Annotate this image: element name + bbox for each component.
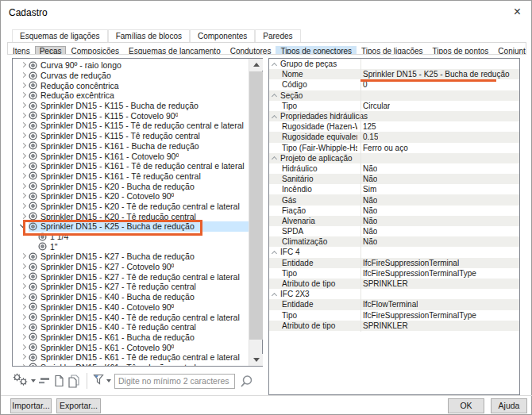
collapse-icon[interactable] <box>272 92 278 98</box>
chevron-right-icon[interactable] <box>19 313 29 321</box>
tree-item[interactable]: Sprinkler DN15 - K161 - Tê redução centr… <box>13 171 249 182</box>
tab-condutores[interactable]: Condutores <box>226 46 276 55</box>
property-group-row[interactable]: Projeto de aplicação <box>269 153 519 163</box>
chevron-right-icon[interactable] <box>19 202 29 210</box>
chevron-right-icon[interactable] <box>19 102 29 110</box>
filter-button[interactable] <box>93 374 111 389</box>
search-input[interactable] <box>114 374 235 389</box>
add-part-button[interactable] <box>12 373 36 390</box>
tree-item[interactable]: Sprinkler DN15 - K161 - Tê de redução ce… <box>13 161 249 171</box>
tree-item[interactable]: Redução concêntrica <box>13 80 249 90</box>
ajuda-button[interactable]: Ajuda <box>491 398 527 413</box>
property-row[interactable]: AlvenariaNão <box>269 216 519 226</box>
chevron-right-icon[interactable] <box>19 132 29 140</box>
property-row[interactable]: IncêndioSim <box>269 184 519 194</box>
tree-item[interactable]: Sprinkler DN15 - K20 - Tê redução centra… <box>13 211 249 221</box>
chevron-right-icon[interactable] <box>19 183 29 190</box>
paste-icon[interactable] <box>67 375 81 388</box>
tab-paredes[interactable]: Paredes <box>255 29 300 42</box>
scrollbar-thumb[interactable] <box>249 71 263 340</box>
tree-item[interactable]: Sprinkler DN15 - K161 - Cotovelo 90º <box>13 151 249 161</box>
tree-item[interactable]: Sprinkler DN15 - K40 - Tê redução centra… <box>13 322 249 332</box>
tree-item[interactable]: Sprinkler DN15 - K61 - Cotovelo 90º <box>13 342 249 352</box>
tree-item[interactable]: Sprinkler DN15 - K115 - Cotovelo 90º <box>13 110 249 121</box>
chevron-right-icon[interactable] <box>19 121 29 129</box>
chevron-right-icon[interactable] <box>19 333 29 341</box>
tree-item[interactable]: 1" <box>13 241 249 252</box>
chevron-right-icon[interactable] <box>19 192 29 200</box>
collapse-icon[interactable] <box>272 249 278 256</box>
tree-item[interactable]: Sprinkler DN15 - K115 - Bucha de redução <box>13 101 249 111</box>
tab-componentes[interactable]: Componentes <box>190 29 255 42</box>
property-row[interactable]: Rugosidade equivalente (F...0.15 <box>269 132 519 142</box>
tab-familias-de-blocos[interactable]: Famílias de blocos <box>108 29 190 42</box>
chevron-right-icon[interactable] <box>19 112 29 120</box>
collapse-icon[interactable] <box>272 155 278 161</box>
tree-item[interactable]: Sprinkler DN15 - K20 - Bucha de redução <box>13 181 249 191</box>
chevron-right-icon[interactable] <box>19 252 29 260</box>
importar-button[interactable]: Importar... <box>10 398 52 413</box>
collapse-icon[interactable] <box>272 61 278 67</box>
chevron-right-icon[interactable] <box>19 263 29 271</box>
property-row[interactable]: HidráulicoNão <box>269 163 519 174</box>
property-row[interactable]: EntidadeIfcFireSuppressionTerminal <box>269 258 519 268</box>
property-row[interactable]: SanitárioNão <box>269 174 519 184</box>
property-row[interactable]: Rugosidade (Hazen-Willia...125 <box>269 121 519 132</box>
tree-item[interactable]: Sprinkler DN15 - K61 - Tê de redução cen… <box>13 352 249 363</box>
chevron-right-icon[interactable] <box>19 303 29 311</box>
tab-tipos-de-conectores[interactable]: Tipos de conectores <box>276 46 357 55</box>
property-group-row[interactable]: Propriedades hidráulicas <box>269 111 519 121</box>
chevron-right-icon[interactable] <box>19 213 29 221</box>
tree-item[interactable]: Sprinkler DN15 - K161 - Bucha de redução <box>13 141 249 152</box>
tab-itens[interactable]: Itens <box>8 46 35 55</box>
chevron-right-icon[interactable] <box>19 282 29 290</box>
chevron-right-icon[interactable] <box>19 82 29 90</box>
tab-tipos-de-ligacoes[interactable]: Tipos de ligações <box>357 46 427 55</box>
search-icon[interactable] <box>240 375 253 388</box>
chevron-right-icon[interactable] <box>19 61 29 69</box>
exportar-button[interactable]: Exportar... <box>56 398 101 413</box>
ok-button[interactable]: OK <box>448 398 484 413</box>
property-group-row[interactable]: Grupo de peças <box>269 59 519 69</box>
tree-item[interactable]: Curvas de redução <box>13 71 249 81</box>
chevron-right-icon[interactable] <box>19 293 29 301</box>
chevron-right-icon[interactable] <box>19 323 29 331</box>
tab-tipos-de-pontos[interactable]: Tipos de pontos <box>428 46 494 55</box>
tab-composicoes[interactable]: Composições <box>66 46 124 55</box>
chevron-right-icon[interactable] <box>19 344 29 352</box>
tab-esquemas-de-ligacoes[interactable]: Esquemas de ligações <box>12 29 108 42</box>
property-row[interactable]: GásNão <box>269 194 519 205</box>
property-row[interactable]: Código0 <box>269 79 519 90</box>
tree-item[interactable]: Sprinkler DN15 - K20 - Tê de redução cen… <box>13 202 249 212</box>
tree-item[interactable]: Sprinkler DN15 - K115 - Tê de redução ce… <box>13 121 249 131</box>
property-group-row[interactable]: IFC 2X3 <box>269 289 519 299</box>
chevron-right-icon[interactable] <box>19 152 29 160</box>
tree-item[interactable]: Sprinkler DN15 - K61 - Tê redução centra… <box>13 363 249 366</box>
tab-esquemas-de-lancamento[interactable]: Esquemas de lançamento <box>124 46 226 55</box>
property-row[interactable]: Tipo (Fair-Whipple-Hsiao)Ferro ou aço <box>269 143 519 153</box>
collapse-icon[interactable] <box>272 291 278 298</box>
chevron-right-icon[interactable] <box>19 363 29 366</box>
remove-part-button[interactable] <box>39 377 50 385</box>
property-group-row[interactable]: IFC 4 <box>269 247 519 257</box>
tree-item[interactable]: Curva 90º - raio longo <box>13 60 249 71</box>
scroll-up-icon[interactable] <box>249 59 263 71</box>
property-row[interactable]: FiaçãoNão <box>269 206 519 216</box>
property-row[interactable]: ClimatizaçãoNão <box>269 236 519 247</box>
tree-scrollbar[interactable] <box>249 59 262 366</box>
chevron-right-icon[interactable] <box>19 162 29 170</box>
property-row[interactable]: TipoIfcFireSuppressionTerminalType <box>269 268 519 279</box>
tree-item[interactable]: Sprinkler DN15 - K40 - Tê de redução cen… <box>13 312 249 322</box>
tree-item[interactable]: Sprinkler DN15 - K20 - Cotovelo 90º <box>13 191 249 202</box>
tree-item[interactable]: Redução excêntrica <box>13 90 249 101</box>
tree-item[interactable]: Sprinkler DN15 - K61 - Bucha de redução <box>13 332 249 343</box>
tree-item[interactable]: Sprinkler DN15 - K40 - Cotovelo 90º <box>13 302 249 313</box>
property-row[interactable]: SPDANão <box>269 226 519 236</box>
chevron-right-icon[interactable] <box>19 71 29 79</box>
tree-item[interactable]: Sprinkler DN15 - K27 - Cotovelo 90º <box>13 262 249 272</box>
tree-item[interactable]: Sprinkler DN15 - K40 - Bucha de redução <box>13 292 249 302</box>
copy-icon[interactable] <box>53 375 64 387</box>
property-row[interactable]: Atributo de tipoSPRINKLER <box>269 321 519 331</box>
tree-item[interactable]: Sprinkler DN15 - K115 - Tê redução centr… <box>13 131 249 141</box>
property-row[interactable]: TipoIfcFireSuppressionTerminalType <box>269 310 519 321</box>
